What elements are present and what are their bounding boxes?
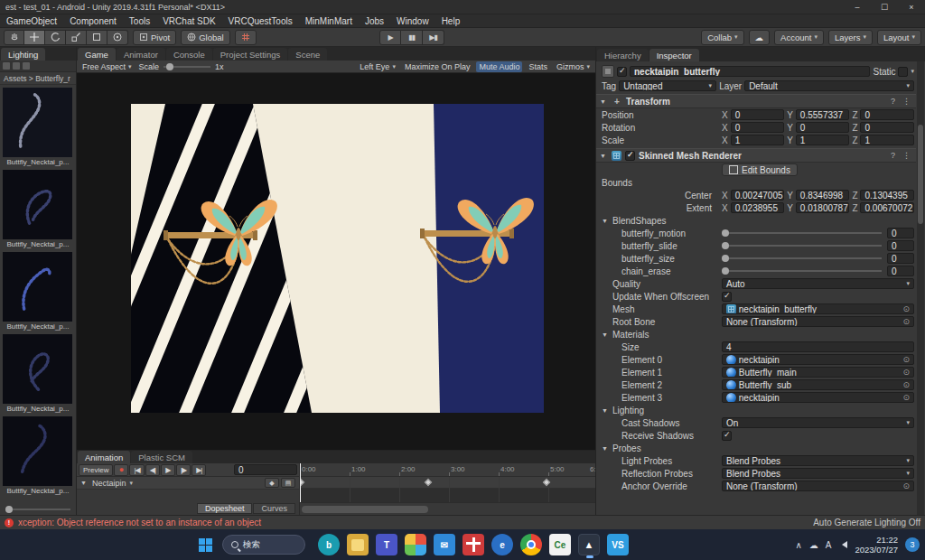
tab-project-settings[interactable]: Project Settings: [213, 48, 288, 61]
aspect-dropdown[interactable]: Free Aspect▾: [79, 61, 135, 72]
menu-vrchat-sdk[interactable]: VRChat SDK: [156, 14, 221, 27]
mail-icon[interactable]: ✉: [434, 534, 455, 555]
rect-tool-icon[interactable]: [87, 30, 107, 45]
speaker-icon[interactable]: [838, 541, 847, 548]
menu-help[interactable]: Help: [435, 14, 467, 27]
material-object-field[interactable]: necktaipin⊙: [722, 392, 914, 403]
collab-dropdown[interactable]: Collab▾: [701, 30, 743, 45]
object-picker-icon[interactable]: ⊙: [902, 355, 910, 364]
asset-item[interactable]: Buttfly_Necktai_p...: [3, 88, 73, 167]
account-dropdown[interactable]: Account▾: [774, 30, 824, 45]
play-button[interactable]: ▶: [379, 30, 401, 45]
frame-field[interactable]: 0: [234, 464, 297, 475]
onedrive-cloud-icon[interactable]: ☁: [809, 540, 818, 550]
menu-component[interactable]: Component: [63, 14, 123, 27]
cevio-icon[interactable]: Ce: [549, 534, 571, 555]
tab-console[interactable]: Console: [166, 48, 212, 61]
slider-thumb[interactable]: [722, 242, 729, 249]
tab-hierarchy[interactable]: Hierarchy: [597, 49, 649, 61]
light-probes-dropdown[interactable]: Blend Probes▾: [722, 455, 914, 466]
foldout-icon[interactable]: ▼: [602, 218, 610, 224]
transform-header[interactable]: ▼ + Transform ? ⋮: [596, 94, 916, 108]
tab-lighting[interactable]: Lighting: [1, 48, 45, 61]
foldout-icon[interactable]: ▼: [602, 445, 610, 452]
gameobject-name-field[interactable]: necktaipin_butterfly: [630, 66, 870, 77]
status-bar[interactable]: ! xception: Object reference not set to …: [0, 515, 925, 529]
stats-toggle[interactable]: Stats: [526, 61, 550, 72]
timeline-area[interactable]: 0:00 1:00 2:00 3:00 4:00 5:00 6:00: [300, 463, 595, 515]
bing-icon[interactable]: b: [318, 534, 340, 555]
property-row-nectaipin[interactable]: ▼ Nectaipin ▾ ◆ ▤: [77, 477, 299, 490]
scale-z-field[interactable]: 1: [860, 135, 914, 145]
asset-item[interactable]: Buttfly_Necktai_p...: [3, 334, 73, 414]
gizmos-dropdown[interactable]: Gizmos▾: [554, 61, 593, 72]
object-picker-icon[interactable]: ⊙: [902, 393, 910, 402]
foldout-icon[interactable]: ▼: [602, 407, 610, 414]
dopesheet-button[interactable]: Dopesheet: [197, 503, 253, 514]
help-icon[interactable]: ?: [889, 151, 897, 160]
next-key-button[interactable]: |▶: [176, 464, 191, 476]
static-checkbox[interactable]: [898, 67, 908, 77]
probes-foldout[interactable]: ▼ Probes: [596, 442, 916, 454]
file-explorer-icon[interactable]: [347, 534, 369, 555]
tab-plastic-scm[interactable]: Plastic SCM: [131, 451, 192, 463]
skip-to-start-button[interactable]: |◀: [129, 464, 144, 476]
quality-dropdown[interactable]: Auto▾: [722, 278, 914, 289]
maximize-on-play-toggle[interactable]: Maximize On Play: [402, 61, 473, 72]
teams-icon[interactable]: T: [376, 534, 397, 555]
transform-tool-icon[interactable]: [107, 30, 128, 45]
gift-app-icon[interactable]: [462, 534, 484, 555]
materials-foldout[interactable]: ▼ Materials: [596, 328, 916, 341]
anchor-override-field[interactable]: None (Transform)⊙: [722, 481, 914, 491]
preview-toggle[interactable]: Preview: [79, 464, 113, 476]
scale-y-field[interactable]: 1: [796, 135, 850, 145]
center-z-field[interactable]: 0.1304395: [860, 190, 914, 201]
pivot-toggle[interactable]: Pivot: [133, 30, 176, 45]
scale-x-field[interactable]: 1: [731, 135, 785, 145]
edge-icon[interactable]: e: [491, 534, 513, 555]
move-tool-icon[interactable]: [24, 30, 45, 45]
menu-window[interactable]: Window: [390, 14, 435, 27]
tab-game[interactable]: Game: [78, 48, 116, 61]
foldout-icon[interactable]: ▼: [600, 98, 608, 105]
play-animation-button[interactable]: ▶: [161, 464, 175, 476]
thumbnail-size-slider[interactable]: [0, 503, 76, 515]
mute-audio-toggle[interactable]: Mute Audio: [476, 61, 522, 72]
rotation-y-field[interactable]: 0: [796, 122, 850, 133]
blendshape-slider[interactable]: [722, 257, 882, 259]
object-picker-icon[interactable]: ⊙: [902, 304, 910, 313]
vscode-icon[interactable]: VS: [607, 534, 629, 555]
object-picker-icon[interactable]: ⊙: [902, 380, 910, 389]
material-object-field[interactable]: necktaipin⊙: [722, 354, 914, 365]
breadcrumb[interactable]: Assets > Butterfly_r: [0, 72, 76, 85]
root-bone-field[interactable]: None (Transform)⊙: [722, 316, 914, 327]
material-object-field[interactable]: Butterfly_sub⊙: [722, 379, 914, 390]
blendshape-slider[interactable]: [722, 270, 882, 272]
cast-shadows-dropdown[interactable]: On▾: [722, 417, 914, 428]
rotate-tool-icon[interactable]: [45, 30, 66, 45]
edit-bounds-button[interactable]: Edit Bounds: [722, 163, 798, 176]
auto-generate-lighting-status[interactable]: Auto Generate Lighting Off: [813, 518, 920, 527]
receive-shadows-checkbox[interactable]: [722, 431, 732, 441]
timeline-hscrollbar[interactable]: [300, 502, 595, 515]
add-keyframe-button[interactable]: ◆: [265, 478, 279, 488]
menu-vrcquesttools[interactable]: VRCQuestTools: [222, 14, 299, 27]
blendshape-slider[interactable]: [722, 232, 882, 234]
minimize-button[interactable]: –: [844, 0, 871, 14]
scale-slider[interactable]: [164, 66, 210, 68]
tab-scene[interactable]: Scene: [288, 48, 327, 61]
lighting-toolbar-icon[interactable]: [3, 62, 10, 70]
foldout-icon[interactable]: ▼: [80, 480, 89, 486]
object-picker-icon[interactable]: ⊙: [902, 368, 910, 377]
foldout-icon[interactable]: ▼: [600, 153, 608, 159]
rotation-x-field[interactable]: 0: [731, 122, 785, 133]
blendshape-value-field[interactable]: 0: [887, 228, 914, 238]
object-picker-icon[interactable]: ⊙: [902, 317, 910, 326]
blendshape-value-field[interactable]: 0: [887, 240, 914, 251]
position-z-field[interactable]: 0: [860, 109, 914, 120]
tab-animator[interactable]: Animator: [117, 48, 165, 61]
record-button[interactable]: ●: [114, 464, 128, 476]
materials-size-field[interactable]: 4: [722, 341, 914, 352]
position-x-field[interactable]: 0: [731, 109, 785, 120]
extent-y-field[interactable]: 0.01800787: [796, 202, 850, 213]
